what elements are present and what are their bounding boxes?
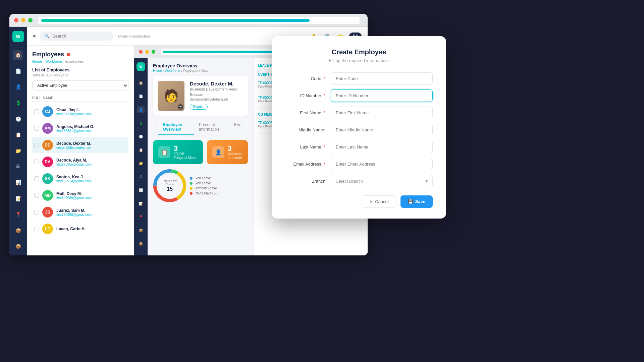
ot-icon: 📋 (158, 146, 170, 158)
sidebar-icon-bank[interactable]: 🏛 (13, 162, 23, 172)
ov-bc-workforce[interactable]: Workforce (165, 69, 180, 73)
employee-list: CJ Chua, Jay L. first187330@gmail.com AM… (32, 104, 128, 237)
list-item[interactable]: AM Angeles, Michael O. first186831@gmail… (32, 120, 128, 136)
tab-personal-info[interactable]: Personal Information (194, 120, 229, 135)
sidebar-icon-list[interactable]: 📝 (13, 194, 23, 204)
list-item[interactable]: DD Decode, Dexter M. dexter@decodetech.p… (32, 137, 128, 153)
stat-abs-number: 3 (228, 145, 243, 152)
list-item[interactable]: JS Juarez, Sam M. first180986@gmail.com (32, 204, 128, 220)
list-item[interactable]: SK Santos, Kea J. first133914@gmail.com (32, 171, 128, 187)
form-row-lastname: Last Name: * (285, 141, 433, 153)
emp-info: Moll, Dexy M. first149008@gmail.com (56, 191, 126, 200)
sidebar-icon-pin[interactable]: 📍 (13, 209, 23, 220)
emp-checkbox[interactable] (34, 126, 39, 131)
ov-icon-pkg2[interactable]: 📦 (137, 240, 145, 247)
stat-ot-label: OT/OBFilings of Month (174, 152, 198, 160)
browser-chrome (9, 14, 368, 27)
donut-value: 15 (161, 186, 178, 192)
ov-icon-pin[interactable]: 📍 (137, 213, 145, 221)
emp-checkbox[interactable] (34, 143, 39, 147)
list-item[interactable]: CJ Chua, Jay L. first187330@gmail.com (32, 104, 128, 120)
tab-em[interactable]: Em... (229, 120, 248, 135)
breadcrumb-home[interactable]: Home (32, 59, 42, 63)
emp-details: Decode, Dexter M. Business Development H… (190, 81, 244, 111)
ov-icon-list[interactable]: 📝 (137, 200, 145, 207)
employee-status-filter[interactable]: Active Employee (32, 80, 128, 90)
search-box[interactable]: 🔍 (40, 32, 113, 41)
ov-icon-home[interactable]: 🏠 (137, 79, 145, 86)
emp-name: Juarez, Sam M. (56, 208, 126, 213)
sidebar-icon-time[interactable]: 🕐 (13, 114, 23, 124)
ov-icon-money[interactable]: 💲 (137, 119, 145, 127)
emp-name: Angeles, Michael O. (56, 124, 126, 129)
search-input[interactable] (52, 34, 106, 39)
sidebar-icon-users[interactable]: 👤 (13, 82, 23, 92)
sidebar-icon-docs[interactable]: 📄 (13, 66, 23, 76)
ov-icon-doc[interactable]: 📄 (137, 93, 145, 100)
emp-checkbox[interactable] (34, 176, 39, 181)
modal-title: Create Employee (285, 48, 433, 56)
tab-employee-overview[interactable]: Employee Overview (158, 120, 194, 135)
emp-checkbox[interactable] (34, 193, 39, 198)
email-input[interactable] (331, 158, 433, 170)
tab-prev-arrow[interactable]: ‹ (153, 120, 158, 135)
ov-bc-home[interactable]: Home (153, 69, 162, 73)
legend-label-paid: Paid Leave (SL) (195, 191, 219, 195)
minimize-dot[interactable] (21, 18, 25, 22)
legend-dot-sick2 (190, 182, 193, 185)
lastname-input[interactable] (331, 141, 433, 153)
ov-icon-chart[interactable]: 📊 (137, 186, 145, 194)
avatar: JS (42, 207, 53, 218)
sidebar-icon-reports[interactable]: 📋 (13, 130, 23, 140)
absences-icon: 👤 (212, 146, 224, 158)
save-button[interactable]: 💾 Save (400, 195, 433, 208)
ov-max-dot[interactable] (152, 50, 155, 54)
sidebar-icon-folder[interactable]: 📁 (13, 146, 23, 156)
sidebar-icon-box2[interactable]: 📦 (13, 241, 23, 251)
legend-sick-leave2: Sick Leave (190, 181, 219, 185)
list-item[interactable]: DA Decode, Aiya M. first178955@gmail.com (32, 154, 128, 170)
emp-name: Chua, Jay L. (56, 108, 126, 112)
close-dot[interactable] (14, 18, 18, 22)
maximize-dot[interactable] (28, 18, 33, 22)
branch-select[interactable]: Select Branch (331, 175, 433, 187)
breadcrumb-workforce[interactable]: Workforce (45, 59, 62, 63)
code-input[interactable] (331, 72, 433, 85)
ov-icon-bank[interactable]: 🏛 (137, 173, 145, 180)
middlename-label: Middle Name: (285, 127, 325, 132)
stats-row: 📋 3 OT/OBFilings of Month 👤 3 (153, 140, 248, 164)
emp-checkbox[interactable] (34, 210, 39, 215)
sidebar-icon-finance[interactable]: 💲 (13, 98, 23, 108)
emp-checkbox[interactable] (34, 109, 39, 114)
ov-icon-folder[interactable]: 📁 (137, 160, 145, 167)
camera-icon[interactable]: 📷 (178, 104, 183, 110)
ov-icon-pkg1[interactable]: 📦 (137, 227, 145, 234)
firstname-input[interactable] (331, 107, 433, 119)
list-item[interactable]: LC Lacap, Carlo H. (32, 221, 128, 237)
ov-icon-clip[interactable]: 📋 (137, 146, 145, 154)
breadcrumb: Home › Workforce › Employees (32, 59, 128, 63)
middlename-input[interactable] (331, 124, 433, 136)
sidebar-icon-home[interactable]: 🏠 (13, 50, 23, 60)
emp-checkbox[interactable] (34, 160, 39, 164)
legend-dot-bday (190, 187, 193, 190)
form-row-id: ID Number: * (285, 89, 433, 102)
emp-email: first187330@gmail.com (56, 112, 126, 116)
app-name: ≡ (33, 34, 36, 39)
url-bar-fill (41, 19, 310, 22)
sidebar-icon-box1[interactable]: 📦 (13, 226, 23, 236)
sidebar-icon-chart[interactable]: 📊 (13, 178, 23, 188)
list-item[interactable]: MD Moll, Dexy M. first149008@gmail.com (32, 187, 128, 203)
ov-icon-time[interactable]: 🕐 (137, 133, 145, 140)
ov-min-dot[interactable] (145, 50, 149, 54)
sidebar: W 🏠 📄 👤 💲 🕐 📋 📁 🏛 📊 📝 📍 📦 📦 (9, 27, 27, 255)
cancel-button[interactable]: ✕ Cancel (362, 195, 396, 208)
ov-bc-employee: Employee (183, 69, 198, 73)
ov-close-dot[interactable] (139, 50, 143, 54)
ov-icon-user[interactable]: 👤 (137, 106, 145, 113)
emp-checkbox[interactable] (34, 227, 39, 231)
emp-email-display: dexter@decodetech.ph (190, 97, 244, 101)
breadcrumb-employees: Employees (65, 59, 84, 63)
form-row-middlename: Middle Name: (285, 124, 433, 136)
id-number-input[interactable] (331, 89, 433, 102)
